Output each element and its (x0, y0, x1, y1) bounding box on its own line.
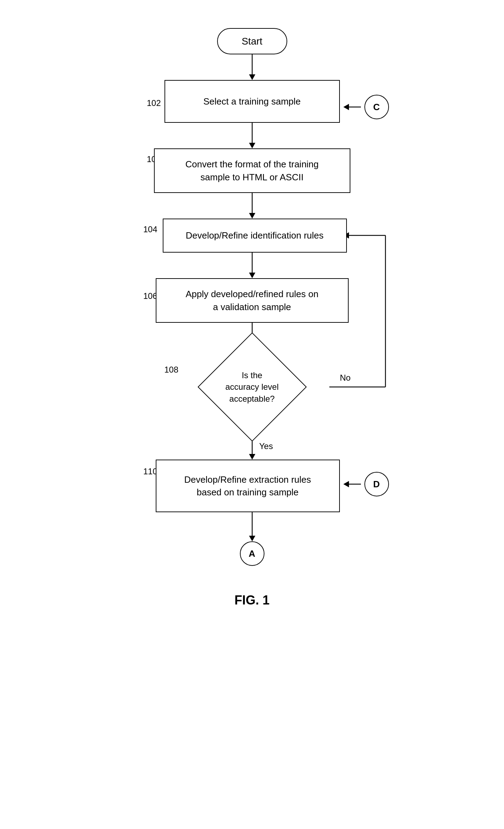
svg-marker-23 (343, 481, 349, 487)
decision-108-diamond: Is the accuracy level acceptable? (214, 348, 291, 426)
decision-108-text: Is the accuracy level acceptable? (222, 369, 282, 405)
ref-104: 104 (143, 225, 157, 234)
svg-marker-1 (249, 74, 255, 80)
connector-c: C (364, 95, 389, 119)
svg-marker-16 (249, 454, 255, 460)
step-104-box: Develop/Refine identification rules (163, 219, 347, 253)
svg-marker-7 (249, 273, 255, 278)
figure-label: FIG. 1 (234, 593, 269, 608)
svg-marker-19 (249, 536, 255, 541)
step-106-box: Apply developed/refined rules on a valid… (156, 278, 349, 323)
svg-marker-3 (249, 143, 255, 148)
ref-108: 108 (164, 365, 179, 375)
svg-text:No: No (340, 373, 351, 382)
start-node: Start (217, 28, 287, 54)
step-102-box: Select a training sample (164, 80, 340, 123)
connector-a: A (240, 541, 264, 566)
svg-marker-5 (249, 213, 255, 219)
step-110-box: Develop/Refine extraction rules based on… (156, 460, 340, 512)
svg-text:Yes: Yes (259, 441, 273, 451)
ref-102: 102 (147, 98, 161, 108)
step-103-box: Convert the format of the training sampl… (154, 148, 350, 193)
connector-d: D (364, 472, 389, 496)
svg-marker-21 (343, 104, 349, 110)
